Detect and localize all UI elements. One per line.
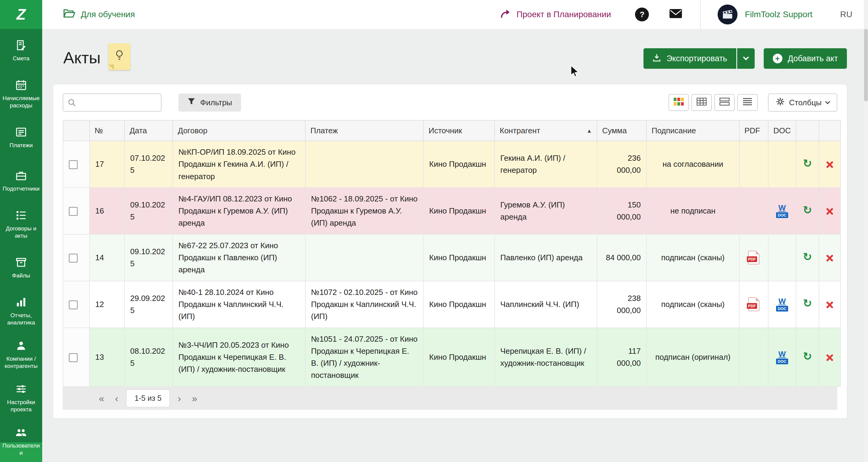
row-amount: 238 000,00 [597, 281, 647, 328]
doc-file-icon[interactable]: WDOC [776, 350, 788, 364]
refresh-icon[interactable]: ↻ [803, 298, 812, 309]
scrollbar[interactable] [864, 0, 868, 462]
column-header-status[interactable]: Подписание [647, 120, 739, 141]
redo-arrow-icon [500, 8, 511, 21]
row-checkbox[interactable] [69, 207, 78, 216]
row-refresh-cell: ↻ [796, 281, 819, 328]
person-icon [15, 340, 27, 352]
last-page-button[interactable]: » [189, 394, 199, 403]
column-header-amount[interactable]: Сумма [597, 120, 647, 141]
row-number: 13 [90, 328, 124, 386]
column-header-num[interactable]: № [90, 120, 124, 141]
filters-button[interactable]: Фильтры [179, 93, 241, 112]
refresh-icon[interactable]: ↻ [803, 205, 812, 215]
row-delete-cell [819, 281, 841, 328]
columns-button[interactable]: Столбцы [768, 93, 837, 112]
refresh-icon[interactable]: ↻ [803, 158, 812, 169]
project-switcher[interactable]: Для обучения [63, 9, 135, 21]
column-header-pdf[interactable]: PDF [739, 120, 768, 141]
row-counterparty: Павленко (ИП) аренда [495, 234, 597, 281]
row-contract: №4-ГАУ/ИП 08.12.2023 от Кино Продакшн к … [173, 187, 305, 234]
refresh-icon[interactable]: ↻ [803, 351, 812, 362]
column-header-party[interactable]: Контрагент▲ [495, 120, 597, 141]
sidebar-item-accountables[interactable]: Подотчетники [0, 159, 42, 203]
row-checkbox[interactable] [69, 353, 78, 362]
view-mode-colored-button[interactable] [669, 94, 689, 111]
column-header-delete[interactable] [819, 120, 841, 141]
delete-icon[interactable] [826, 353, 834, 362]
pdf-file-icon[interactable]: PDF [748, 297, 760, 311]
row-status: подписан (оригинал) [647, 328, 739, 386]
planning-link[interactable]: Проект в Планировании [500, 8, 611, 21]
row-number: 14 [90, 234, 124, 281]
page-title: Акты [63, 48, 101, 67]
delete-icon[interactable] [826, 301, 834, 309]
doc-file-icon[interactable]: WDOC [776, 297, 788, 312]
scrollbar-thumb[interactable] [864, 29, 868, 101]
sidebar-item-label: Отчеты, аналитика [2, 312, 40, 326]
language-switcher[interactable]: RU [840, 10, 852, 19]
add-act-button[interactable]: + Добавить акт [764, 48, 847, 69]
colored-grid-icon [674, 98, 684, 108]
table-row: 1308.10.2025№3-ЧЧ/ИП 20.05.2023 от Кино … [63, 328, 841, 386]
sidebar-item-label: Настройки проекта [2, 399, 40, 413]
first-page-button[interactable]: « [96, 394, 107, 403]
row-amount: 117 000,00 [597, 328, 647, 386]
filters-button-label: Фильтры [200, 98, 232, 107]
delete-icon[interactable] [826, 161, 834, 169]
sidebar-item-project-settings[interactable]: Настройки проекта [0, 376, 42, 420]
row-checkbox[interactable] [69, 300, 78, 310]
row-checkbox[interactable] [69, 254, 78, 263]
sidebar-item-contracts-acts[interactable]: Договоры и акты [0, 203, 42, 246]
column-header-contract[interactable]: Договор [173, 120, 305, 141]
sidebar-item-companies[interactable]: Компании / контрагенты [0, 333, 42, 376]
row-delete-cell [819, 141, 841, 187]
pdf-file-icon[interactable]: PDF [748, 251, 760, 264]
sidebar-item-reports[interactable]: Отчеты, аналитика [0, 289, 42, 333]
search-input[interactable] [63, 93, 161, 112]
question-mark-icon: ? [640, 10, 645, 19]
sidebar-item-label: Начисляемые расходы [2, 95, 40, 109]
users-icon [15, 426, 27, 438]
row-pdf-cell [739, 187, 768, 234]
document-pencil-icon [15, 39, 27, 51]
row-checkbox-cell [63, 141, 90, 187]
sidebar-item-payments[interactable]: Платежи [0, 116, 42, 159]
calendar-icon [15, 79, 27, 91]
row-payment: №1062 - 18.09.2025 - от Кино Продакшн к … [305, 187, 424, 234]
column-header-source[interactable]: Источник [424, 120, 495, 141]
app-logo[interactable]: Z [0, 0, 42, 29]
row-delete-cell [819, 234, 841, 281]
support-menu[interactable]: FilmToolz Support [700, 0, 812, 29]
row-doc-cell: WDOC [768, 187, 796, 234]
sidebar-item-estimate[interactable]: Смета [0, 29, 42, 73]
sidebar-item-users[interactable]: Пользователи и [0, 420, 42, 462]
folder-open-icon [63, 9, 75, 21]
export-button[interactable]: Экспортировать [644, 48, 736, 69]
column-header-date[interactable]: Дата [124, 120, 173, 141]
row-date: 09.10.2025 [124, 234, 173, 281]
content: Акты Экспортировать [42, 29, 868, 462]
column-header-payment[interactable]: Платеж [305, 120, 424, 141]
row-checkbox[interactable] [69, 160, 78, 169]
delete-icon[interactable] [826, 254, 834, 262]
hint-note[interactable] [108, 44, 130, 70]
column-header-doc[interactable]: DOC [768, 120, 796, 141]
sidebar-item-accrued-expenses[interactable]: Начисляемые расходы [0, 73, 42, 116]
next-page-button[interactable]: › [176, 394, 184, 403]
mail-button[interactable] [670, 9, 682, 20]
row-status: не подписан [647, 187, 739, 234]
refresh-icon[interactable]: ↻ [803, 252, 812, 262]
view-mode-rows-button[interactable] [714, 94, 735, 111]
column-header-refresh[interactable] [796, 120, 819, 141]
view-mode-list-button[interactable] [737, 94, 758, 111]
prev-page-button[interactable]: ‹ [113, 394, 121, 403]
help-button[interactable]: ? [635, 7, 649, 21]
export-dropdown-button[interactable] [737, 48, 755, 69]
doc-file-icon[interactable]: WDOC [776, 204, 788, 218]
sidebar-nav: СметаНачисляемые расходыПлатежиПодотчетн… [0, 29, 42, 462]
sidebar-item-files[interactable]: Файлы [0, 246, 42, 289]
view-mode-table-button[interactable] [691, 94, 712, 111]
delete-icon[interactable] [826, 207, 834, 215]
row-amount: 84 000,00 [597, 234, 647, 281]
